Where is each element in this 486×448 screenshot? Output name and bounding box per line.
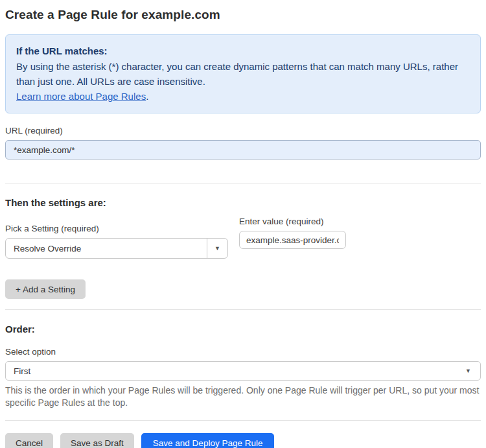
- url-match-info-box: If the URL matches: By using the asteris…: [5, 34, 481, 113]
- value-field-label: Enter value (required): [239, 217, 346, 226]
- order-select-value: First: [6, 366, 465, 376]
- divider-url-settings: [5, 183, 481, 183]
- add-setting-button[interactable]: + Add a Setting: [5, 279, 86, 299]
- chevron-down-icon: ▼: [465, 368, 480, 374]
- chevron-down-icon: ▼: [214, 246, 220, 252]
- order-select[interactable]: First ▼: [5, 361, 481, 381]
- divider-settings-order: [5, 309, 481, 310]
- info-box-body: By using the asterisk (*) character, you…: [16, 59, 470, 104]
- cancel-button[interactable]: Cancel: [5, 433, 53, 448]
- save-as-draft-button[interactable]: Save as Draft: [60, 433, 134, 448]
- create-page-rule-panel: Create a Page Rule for example.com If th…: [0, 0, 486, 448]
- info-box-body-text: By using the asterisk (*) character, you…: [16, 61, 458, 87]
- divider-footer: [5, 420, 481, 421]
- setting-dropdown[interactable]: Resolve Override ▼: [5, 238, 228, 259]
- info-box-heading: If the URL matches:: [16, 43, 470, 58]
- setting-dropdown-caret-box[interactable]: ▼: [207, 239, 227, 258]
- learn-more-link[interactable]: Learn more about Page Rules: [16, 91, 146, 102]
- setting-dropdown-value: Resolve Override: [6, 239, 207, 258]
- setting-column: Pick a Setting (required) Resolve Overri…: [5, 211, 228, 259]
- order-help-text: This is the order in which your Page Rul…: [5, 384, 481, 409]
- url-input[interactable]: [5, 140, 481, 159]
- link-period: .: [146, 91, 148, 102]
- save-and-deploy-button[interactable]: Save and Deploy Page Rule: [141, 433, 275, 448]
- settings-row: Pick a Setting (required) Resolve Overri…: [5, 211, 481, 259]
- order-select-label: Select option: [5, 347, 481, 357]
- order-heading: Order:: [5, 324, 481, 335]
- setting-value-input[interactable]: [239, 231, 346, 249]
- value-column: Enter value (required): [239, 211, 346, 249]
- page-title: Create a Page Rule for example.com: [5, 8, 481, 22]
- url-field-label: URL (required): [5, 126, 481, 136]
- footer-button-row: Cancel Save as Draft Save and Deploy Pag…: [5, 433, 481, 448]
- settings-heading: Then the settings are:: [5, 197, 481, 208]
- setting-select-label: Pick a Setting (required): [5, 224, 228, 233]
